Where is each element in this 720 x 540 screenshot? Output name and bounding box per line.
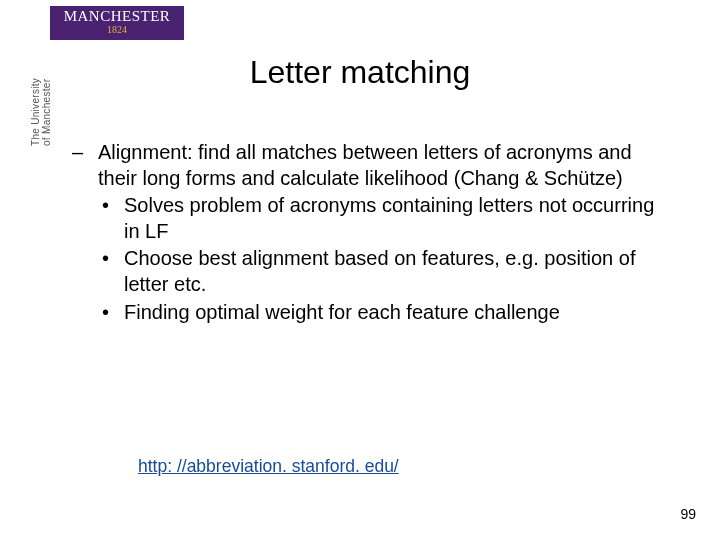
bullet-mark: • xyxy=(102,300,124,326)
logo-year: 1824 xyxy=(50,24,184,35)
logo-name: MANCHESTER xyxy=(50,8,184,25)
bullet-item: • Choose best alignment based on feature… xyxy=(72,246,672,297)
slide-title: Letter matching xyxy=(0,54,720,91)
bullet-text: Finding optimal weight for each feature … xyxy=(124,300,672,326)
reference-link[interactable]: http: //abbreviation. stanford. edu/ xyxy=(138,456,399,477)
dash-text: Alignment: find all matches between lett… xyxy=(98,140,672,191)
dash-mark: – xyxy=(72,140,98,191)
bullet-mark: • xyxy=(102,246,124,297)
sub-bullet-list: • Solves problem of acronyms containing … xyxy=(72,193,672,325)
dash-list-item: – Alignment: find all matches between le… xyxy=(72,140,672,191)
bullet-item: • Solves problem of acronyms containing … xyxy=(72,193,672,244)
slide: MANCHESTER 1824 The University of Manche… xyxy=(0,0,720,540)
bullet-mark: • xyxy=(102,193,124,244)
bullet-item: • Finding optimal weight for each featur… xyxy=(72,300,672,326)
slide-body: – Alignment: find all matches between le… xyxy=(72,140,672,325)
bullet-text: Solves problem of acronyms containing le… xyxy=(124,193,672,244)
page-number: 99 xyxy=(680,506,696,522)
university-logo: MANCHESTER 1824 The University of Manche… xyxy=(6,6,184,40)
bullet-text: Choose best alignment based on features,… xyxy=(124,246,672,297)
logo-badge: MANCHESTER 1824 xyxy=(50,6,184,40)
